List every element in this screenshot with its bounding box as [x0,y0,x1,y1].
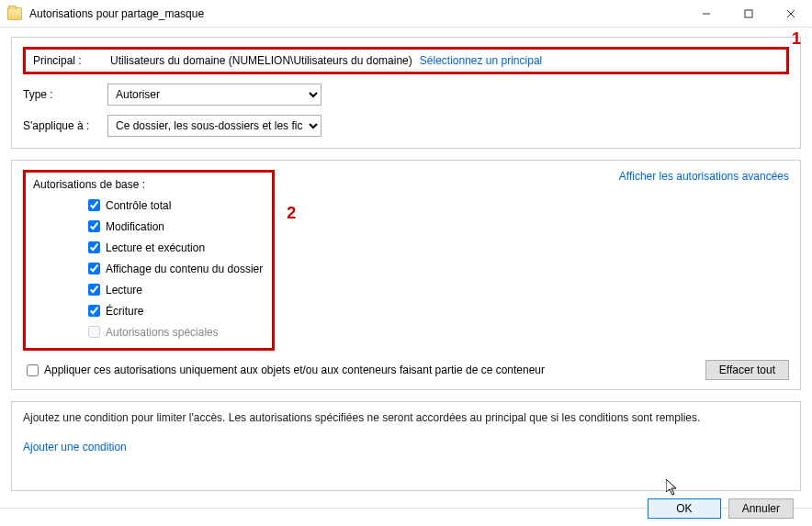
type-label: Type : [23,88,107,101]
titlebar: Autorisations pour partage_masque [0,0,812,28]
close-button[interactable] [770,0,812,27]
svg-rect-1 [745,10,752,17]
apply-only-label: Appliquer ces autorisations uniquement a… [44,364,545,376]
basic-permissions-label: Autorisations de base : [33,178,263,191]
permission-item[interactable]: Lecture [33,281,263,298]
permissions-panel: 2 Autorisations de base : Contrôle total… [11,160,801,390]
folder-icon [7,7,22,20]
minimize-button[interactable] [685,0,727,27]
applies-label: S'applique à : [23,119,107,132]
principal-panel: 1 Principal : Utilisateurs du domaine (N… [11,37,801,149]
maximize-button[interactable] [727,0,770,27]
select-principal-link[interactable]: Sélectionnez un principal [420,54,542,67]
permission-item[interactable]: Modification [33,218,263,235]
conditions-intro: Ajoutez une condition pour limiter l'acc… [23,411,789,424]
permission-item[interactable]: Contrôle total [33,196,263,214]
permission-label: Contrôle total [106,199,171,212]
footer-buttons: OK Annuler [648,498,794,519]
permission-label: Autorisations spéciales [106,326,219,339]
permissions-highlight: 2 Autorisations de base : Contrôle total… [23,170,275,351]
permission-label: Modification [106,220,164,233]
permission-checkbox [88,326,100,338]
permission-checkbox[interactable] [88,263,100,274]
permission-checkbox[interactable] [88,241,100,253]
permission-item[interactable]: Lecture et exécution [33,239,263,256]
permission-item[interactable]: Écriture [33,302,263,319]
permission-label: Lecture [106,284,142,297]
applies-select[interactable]: Ce dossier, les sous-dossiers et les fic… [107,115,321,137]
advanced-permissions-link[interactable]: Afficher les autorisations avancées [619,170,789,351]
permission-label: Écriture [106,305,143,318]
window-title: Autorisations pour partage_masque [29,7,685,20]
permission-item: Autorisations spéciales [33,323,263,341]
permission-label: Lecture et exécution [106,241,205,254]
annotation-1: 1 [792,29,801,49]
principal-label: Principal : [33,54,110,67]
annotation-2: 2 [287,204,296,223]
principal-value: Utilisateurs du domaine (NUMELION\Utilis… [110,54,412,67]
clear-all-button[interactable]: Effacer tout [705,360,789,380]
permission-label: Affichage du contenu du dossier [106,263,263,275]
permission-checkbox[interactable] [88,220,100,232]
type-select[interactable]: Autoriser [107,84,321,106]
permission-checkbox[interactable] [88,305,100,317]
principal-highlight: 1 Principal : Utilisateurs du domaine (N… [23,47,789,74]
add-condition-link[interactable]: Ajouter une condition [23,441,127,453]
permission-item[interactable]: Affichage du contenu du dossier [33,260,263,277]
cancel-button[interactable]: Annuler [728,498,794,519]
conditions-panel: Ajoutez une condition pour limiter l'acc… [11,401,801,491]
permission-checkbox[interactable] [88,199,100,211]
apply-only-checkbox[interactable]: Appliquer ces autorisations uniquement a… [23,362,545,379]
permission-checkbox[interactable] [88,284,100,296]
ok-button[interactable]: OK [648,498,720,519]
